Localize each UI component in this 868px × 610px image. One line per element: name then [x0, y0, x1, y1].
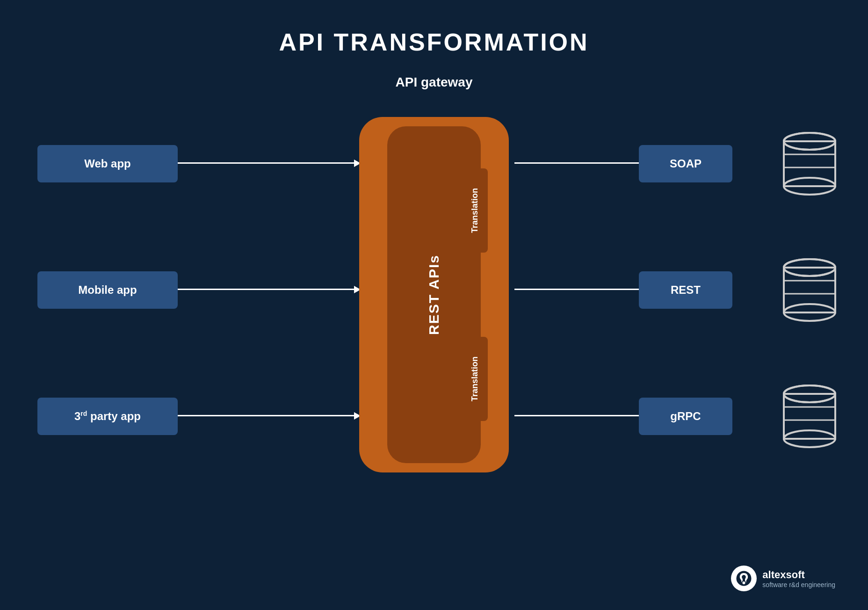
client-3rd-label: 3rd party app: [74, 410, 141, 423]
altexsoft-name: altexsoft: [762, 569, 835, 581]
client-3rd-box: 3rd party app: [37, 398, 178, 435]
db-grpc-cylinder: [779, 384, 840, 451]
gateway-outer: REST APIs Translation Translation: [359, 117, 509, 472]
db-soap-cylinder: [779, 131, 840, 198]
translation-top-box: Translation: [462, 168, 488, 253]
altexsoft-icon: [731, 566, 757, 591]
altexsoft-tagline: software r&d engineering: [762, 581, 835, 588]
client-web-label: Web app: [84, 157, 131, 170]
protocol-soap-box: SOAP: [639, 145, 732, 182]
gateway-inner: REST APIs Translation Translation: [387, 126, 481, 463]
altexsoft-logo: altexsoft software r&d engineering: [731, 566, 835, 591]
client-mobile-label: Mobile app: [78, 283, 137, 297]
protocol-rest-label: REST: [671, 283, 701, 297]
protocol-grpc-box: gRPC: [639, 398, 732, 435]
rest-apis-label: REST APIs: [426, 254, 442, 335]
diagram-container: API gateway Web app Mobile app 3rd party…: [0, 70, 868, 610]
page-title: API TRANSFORMATION: [0, 0, 868, 56]
protocol-grpc-label: gRPC: [670, 410, 701, 423]
translation-bottom-box: Translation: [462, 337, 488, 421]
translation-bottom-label: Translation: [470, 356, 480, 401]
altexsoft-text: altexsoft software r&d engineering: [762, 569, 835, 588]
protocol-soap-label: SOAP: [670, 157, 702, 170]
client-mobile-box: Mobile app: [37, 271, 178, 309]
gateway-label: API gateway: [396, 75, 473, 90]
translation-top-label: Translation: [470, 188, 480, 233]
svg-point-19: [743, 581, 745, 584]
protocol-rest-box: REST: [639, 271, 732, 309]
db-rest-cylinder: [779, 257, 840, 325]
client-web-box: Web app: [37, 145, 178, 182]
